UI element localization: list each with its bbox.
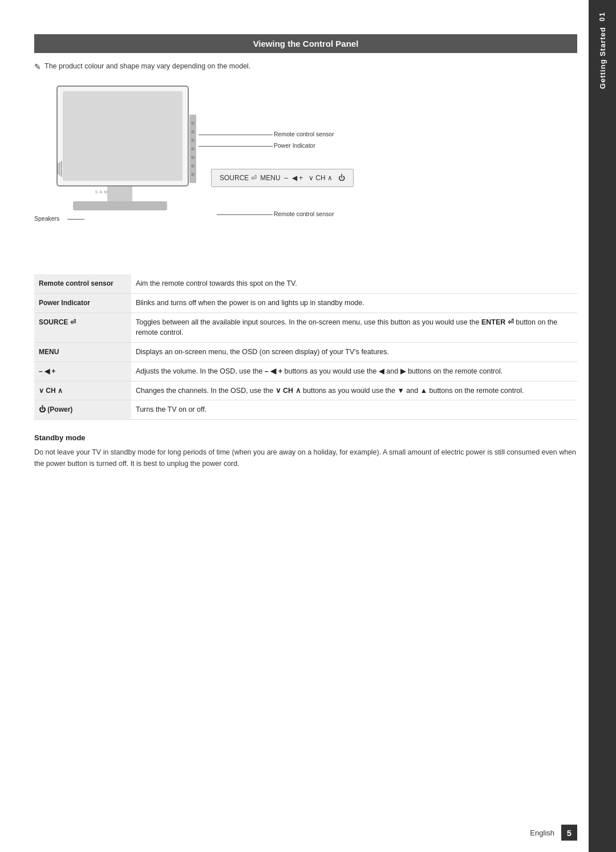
table-label: ∨ CH ∧ — [34, 381, 131, 400]
table-label: SOURCE ⏎ — [34, 313, 131, 343]
footer-page-number: 5 — [561, 825, 577, 841]
svg-rect-12 — [73, 201, 167, 210]
table-label: – ◀ + — [34, 362, 131, 381]
rcs-line-bottom — [217, 214, 273, 215]
diagram-area: SAMSUNG Re — [34, 80, 577, 263]
page: 01 Getting Started Viewing the Control P… — [0, 0, 616, 852]
table-description: Toggles between all the available input … — [131, 313, 577, 343]
page-title: Viewing the Control Panel — [34, 34, 577, 53]
table-label: Power Indicator — [34, 293, 131, 313]
table-label: MENU — [34, 343, 131, 362]
svg-point-6 — [191, 139, 194, 142]
table-description: Aim the remote control towards this spot… — [131, 274, 577, 293]
svg-rect-11 — [107, 186, 132, 202]
tv-illustration: SAMSUNG — [46, 83, 217, 232]
main-content: Viewing the Control Panel ✎ The product … — [34, 34, 577, 829]
table-row: Power Indicator Blinks and turns off whe… — [34, 293, 577, 313]
rcs-label-bottom: Remote control sensor — [274, 210, 334, 217]
table-label: Remote control sensor — [34, 274, 131, 293]
table-label: ⏻ (Power) — [34, 400, 131, 420]
footer-language: English — [530, 829, 554, 837]
table-row: – ◀ + Adjusts the volume. In the OSD, us… — [34, 362, 577, 381]
table-row: Remote control sensor Aim the remote con… — [34, 274, 577, 293]
table-description: Displays an on-screen menu, the OSD (on … — [131, 343, 577, 362]
speaker-label: Speakers — [34, 215, 59, 222]
note-icon: ✎ — [34, 62, 41, 71]
note-text: The product colour and shape may vary de… — [44, 62, 250, 70]
svg-point-8 — [191, 156, 194, 159]
svg-point-7 — [191, 147, 194, 151]
table-description: Changes the channels. In the OSD, use th… — [131, 381, 577, 400]
svg-point-10 — [191, 173, 194, 176]
svg-point-5 — [191, 130, 194, 133]
table-row: ∨ CH ∧ Changes the channels. In the OSD,… — [34, 381, 577, 400]
table-row: ⏻ (Power) Turns the TV on or off. — [34, 400, 577, 420]
standby-text: Do not leave your TV in standby mode for… — [34, 447, 577, 469]
table-description: Adjusts the volume. In the OSD, use the … — [131, 362, 577, 381]
rcs-label-top: Remote control sensor — [274, 131, 334, 137]
svg-rect-1 — [63, 91, 183, 181]
power-indicator-line — [198, 146, 273, 147]
standby-title: Standby mode — [34, 433, 577, 442]
control-panel-box: SOURCE ⏎ MENU – ◀ + ∨ CH ∧ ⏻ — [211, 169, 354, 187]
table-description: Blinks and turns off when the power is o… — [131, 293, 577, 313]
sidebar-number: 01 — [598, 11, 606, 21]
svg-point-4 — [191, 121, 194, 125]
sidebar-text: Getting Started — [598, 27, 607, 89]
table-row: MENU Displays an on-screen menu, the OSD… — [34, 343, 577, 362]
power-indicator-label: Power Indicator — [274, 142, 315, 149]
svg-point-9 — [191, 164, 194, 168]
info-table: Remote control sensor Aim the remote con… — [34, 274, 577, 420]
table-row: SOURCE ⏎ Toggles between all the availab… — [34, 313, 577, 343]
speaker-line — [67, 219, 84, 220]
note-line: ✎ The product colour and shape may vary … — [34, 62, 577, 71]
rcs-line-top — [198, 135, 273, 135]
sidebar: 01 Getting Started — [589, 0, 616, 852]
footer: English 5 — [530, 825, 577, 841]
table-description: Turns the TV on or off. — [131, 400, 577, 420]
